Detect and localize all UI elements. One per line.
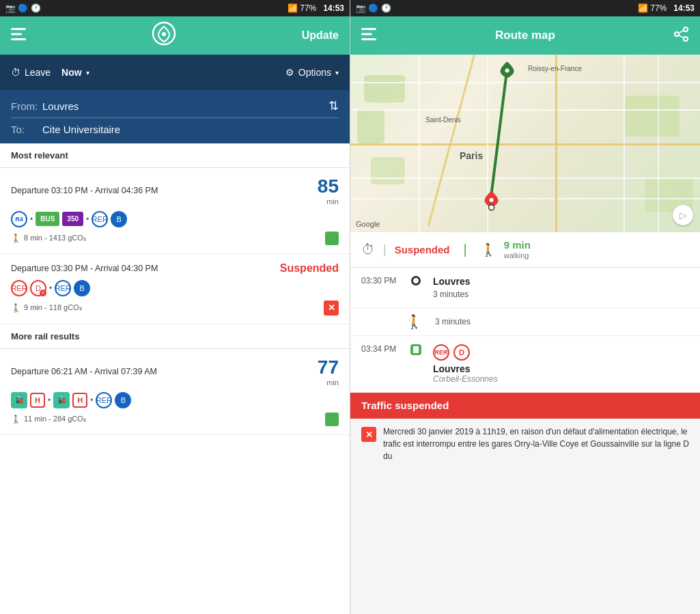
- badge-rer-d-wrapper: RER: [11, 280, 27, 296]
- route-info-bar: ⏱ | Suspended | 🚶 9 min walking: [350, 232, 700, 268]
- badge-d-detail: D: [453, 344, 470, 361]
- more-rail-header: More rail results: [0, 324, 350, 349]
- svg-point-18: [489, 205, 494, 210]
- route-1-badges: R4 • BUS 350 • RER B: [11, 211, 339, 227]
- route-1-time: Departure 03:10 PM - Arrival 04:36 PM: [11, 186, 158, 195]
- traffic-alert-row: ✕ Mercredi 30 janvier 2019 à 11h19, en r…: [350, 419, 700, 469]
- share-button[interactable]: [674, 27, 689, 45]
- route-info-suspended: Suspended: [395, 244, 450, 255]
- route-info-walk-label: walking: [504, 251, 531, 260]
- leave-now-bar: ⏱ Leave Now ▾ ⚙ Options ▾: [0, 55, 350, 90]
- svg-point-8: [684, 27, 688, 31]
- route-3-walk: 🚶 11 min - 284 gCO₂: [11, 415, 86, 424]
- options-chevron-icon: ▾: [335, 69, 339, 76]
- compass-button[interactable]: ▷: [673, 205, 693, 225]
- detail-duration-1: 3 minutes: [433, 290, 689, 299]
- from-value: Louvres: [42, 100, 79, 112]
- badge-transilien-2: 🚂: [53, 392, 70, 408]
- svg-point-17: [490, 198, 494, 202]
- badge-h-1: H: [30, 393, 45, 408]
- detail-subtitle-corbeil: Corbeil-Essonnes: [433, 374, 689, 384]
- left-panel: 📷 🔵 🕐 📶 77% 14:53 Update ⏱ L: [0, 0, 350, 614]
- from-label: From:: [11, 100, 38, 112]
- badge-d: D ✕: [30, 280, 46, 296]
- route-2-status: ✕: [324, 301, 339, 316]
- detail-time-2: 03:34 PM: [361, 344, 399, 354]
- badge-rer-4: RER: [96, 392, 112, 408]
- badge-rer-1: RER: [92, 211, 108, 227]
- to-value: Cite Universitaire: [42, 124, 120, 135]
- routes-list: Most relevant Departure 03:10 PM - Arriv…: [0, 143, 350, 614]
- svg-point-9: [675, 32, 679, 36]
- route-2-suspended: Suspended: [280, 262, 339, 275]
- route-1-status: [325, 232, 339, 245]
- badge-350: 350: [62, 212, 83, 226]
- detail-row-2: 03:34 PM RER D Louvres Corbeil-Essonnes: [350, 336, 700, 393]
- badge-b-2: B: [74, 280, 90, 296]
- gear-icon: ⚙: [285, 67, 294, 78]
- svg-point-4: [162, 32, 166, 36]
- svg-rect-0: [11, 28, 26, 30]
- detail-train-icon: [410, 344, 421, 355]
- walk-row-1: 🚶 3 minutes: [350, 308, 700, 336]
- route-3-status: [325, 413, 339, 426]
- detail-station-louvres-2: Louvres: [433, 363, 689, 374]
- route-info-walk-icon: 🚶: [481, 242, 496, 257]
- walk-person-icon: 🚶: [406, 313, 423, 330]
- detail-station-louvres: Louvres: [433, 276, 689, 287]
- badge-x-icon: ✕: [40, 290, 46, 296]
- svg-point-10: [684, 37, 688, 41]
- to-row[interactable]: To: Cite Universitaire: [11, 124, 339, 135]
- map-label-paris: Paris: [460, 150, 483, 161]
- right-panel: 📷 🔵 🕐 📶 77% 14:53 Route map: [350, 0, 700, 614]
- detail-row-1: 03:30 PM Louvres 3 minutes: [350, 268, 700, 308]
- traffic-suspended-title: Traffic suspended: [361, 400, 449, 411]
- route-info-clock: ⏱: [361, 242, 375, 257]
- svg-line-11: [679, 35, 684, 38]
- leave-label: Leave: [25, 67, 51, 78]
- traffic-alert-text: Mercredi 30 janvier 2019 à 11h19, en rai…: [383, 425, 689, 462]
- map-canvas: Roissy-en-France Saint-Denis Paris Googl…: [350, 55, 700, 232]
- svg-rect-2: [11, 38, 26, 40]
- status-bar-right: 📷 🔵 🕐 📶 77% 14:53: [350, 0, 700, 16]
- leave-now-selector[interactable]: ⏱ Leave Now ▾: [11, 67, 89, 78]
- from-row[interactable]: From: Louvres ⇅: [11, 98, 339, 118]
- detail-dot-1: [411, 276, 421, 285]
- from-to-box: From: Louvres ⇅ To: Cite Universitaire: [0, 90, 350, 143]
- most-relevant-header: Most relevant: [0, 143, 350, 168]
- badge-h-2: H: [72, 393, 87, 408]
- badge-rer-3: RER: [55, 280, 71, 296]
- badge-d-wrapper: D ✕: [30, 280, 46, 296]
- menu-button-left[interactable]: [11, 27, 26, 44]
- svg-rect-5: [361, 28, 376, 30]
- badge-b-1: B: [111, 211, 127, 227]
- badge-r4: R4: [11, 211, 27, 227]
- app-logo: [152, 21, 176, 51]
- update-button[interactable]: Update: [302, 29, 339, 42]
- badge-rer-d-detail: RER: [433, 344, 449, 361]
- status-right-right: 📶 77% 14:53: [638, 3, 695, 13]
- status-icons-right: 📷 🔵 🕐: [356, 3, 391, 13]
- route-info-walk-mins: 9 min: [504, 239, 531, 251]
- options-label: Options: [298, 67, 331, 78]
- map-label-roissy: Roissy-en-France: [528, 65, 582, 72]
- clock-icon: ⏱: [11, 67, 20, 78]
- map-area[interactable]: Roissy-en-France Saint-Denis Paris Googl…: [350, 55, 700, 232]
- route-2-time: Departure 03:30 PM - Arrival 04:30 PM: [11, 264, 158, 273]
- route-card-3[interactable]: Departure 06:21 AM - Arrival 07:39 AM 77…: [0, 349, 350, 435]
- route-detail: 03:30 PM Louvres 3 minutes 🚶 3 minutes 0…: [350, 268, 700, 614]
- options-selector[interactable]: ⚙ Options ▾: [285, 67, 339, 78]
- status-icons-left: 📷 🔵 🕐: [5, 3, 41, 13]
- svg-line-12: [679, 30, 684, 33]
- detail-time-1: 03:30 PM: [361, 276, 399, 285]
- route-card-1[interactable]: Departure 03:10 PM - Arrival 04:36 PM 85…: [0, 168, 350, 254]
- menu-button-right[interactable]: [361, 27, 376, 44]
- badge-bus: BUS: [36, 212, 59, 226]
- route-card-2[interactable]: Departure 03:30 PM - Arrival 04:30 PM Su…: [0, 254, 350, 324]
- chevron-down-icon: ▾: [86, 69, 89, 76]
- swap-icon[interactable]: ⇅: [328, 98, 339, 113]
- header-left: Update: [0, 16, 350, 55]
- route-3-time: Departure 06:21 AM - Arrival 07:39 AM: [11, 367, 157, 376]
- now-label: Now: [61, 67, 82, 78]
- svg-line-13: [490, 68, 507, 205]
